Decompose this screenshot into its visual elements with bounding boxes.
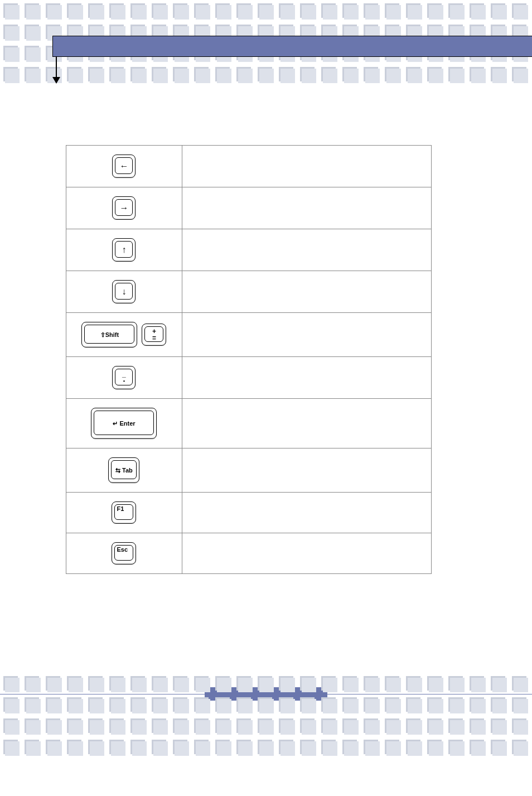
right-arrow-key: → <box>112 196 136 220</box>
decorative-square <box>46 676 60 691</box>
key-label: ↵ Enter <box>113 420 135 427</box>
decorative-square <box>448 3 463 18</box>
decorative-square <box>88 3 103 18</box>
decorative-square <box>491 718 505 733</box>
description-cell <box>182 357 431 399</box>
decorative-square <box>173 676 187 691</box>
esc-key: Esc <box>112 542 136 565</box>
decorative-square <box>342 740 357 754</box>
decorative-square <box>279 697 293 712</box>
decorative-square <box>194 718 209 733</box>
description-cell <box>182 187 431 229</box>
decorative-square <box>130 67 145 81</box>
decorative-square <box>3 697 18 712</box>
description-cell <box>182 229 431 271</box>
decorative-square <box>491 3 505 18</box>
header-arrow-head-icon <box>52 77 60 84</box>
table-row: → <box>66 187 432 229</box>
decorative-square <box>46 740 60 754</box>
decorative-square <box>258 3 272 18</box>
decorative-square <box>3 718 18 733</box>
decorative-square <box>364 697 378 712</box>
table-row: ⇧Shift+= <box>66 313 432 357</box>
key-cell: ↑ <box>66 229 182 271</box>
description-cell <box>182 448 431 493</box>
decorative-square <box>512 67 526 81</box>
decorative-square <box>321 67 336 81</box>
decorative-square <box>215 718 230 733</box>
decorative-square <box>448 67 463 81</box>
decorative-square <box>173 67 187 81</box>
key-label: ⇆ Tab <box>115 467 133 474</box>
key-cell: F1 <box>66 493 182 533</box>
decorative-square <box>385 676 399 691</box>
decorative-square <box>470 718 484 733</box>
decorative-square <box>236 67 251 81</box>
decorative-square <box>152 718 166 733</box>
decorative-square <box>215 740 230 754</box>
decorative-square <box>3 25 18 39</box>
decorative-square <box>279 3 293 18</box>
decorative-square <box>25 697 39 712</box>
decorative-square <box>25 46 39 60</box>
description-cell <box>182 493 431 533</box>
decorative-square <box>300 67 315 81</box>
decorative-square <box>470 67 484 81</box>
down-arrow-key: ↓ <box>112 280 136 303</box>
decorative-square <box>25 3 39 18</box>
table-row: ⇆ Tab <box>66 448 432 493</box>
f1-key: F1 <box>112 501 136 524</box>
key-cell: → <box>66 187 182 229</box>
arrow-icon: ↓ <box>122 287 126 297</box>
decorative-square <box>46 3 60 18</box>
decorative-square <box>512 718 526 733</box>
key-label: _- <box>122 371 126 384</box>
key-label: ⇧Shift <box>100 331 119 339</box>
decorative-square <box>236 697 251 712</box>
plus-equals-key: += <box>142 324 166 346</box>
decorative-square <box>300 718 315 733</box>
decorative-square <box>109 3 124 18</box>
decorative-square <box>364 676 378 691</box>
arrow-icon: ↑ <box>122 245 126 255</box>
decorative-square <box>236 3 251 18</box>
arrow-icon: ← <box>119 161 128 171</box>
decorative-square <box>342 3 357 18</box>
decorative-square <box>258 718 272 733</box>
decorative-square <box>67 718 81 733</box>
table-row: _- <box>66 357 432 399</box>
decorative-square <box>67 676 81 691</box>
decorative-square <box>406 67 420 81</box>
decorative-square <box>194 676 209 691</box>
key-label: F1 <box>117 505 124 512</box>
decorative-square <box>3 676 18 691</box>
decorative-square <box>152 740 166 754</box>
key-label: Esc <box>117 546 128 553</box>
shift-key: ⇧Shift <box>81 322 137 348</box>
description-cell <box>182 399 431 448</box>
decorative-square <box>321 740 336 754</box>
decorative-square <box>427 718 442 733</box>
decorative-square <box>364 3 378 18</box>
decorative-grid-bottom <box>0 676 532 754</box>
description-cell <box>182 271 431 313</box>
decorative-square <box>25 718 39 733</box>
decorative-square <box>152 697 166 712</box>
decorative-square <box>215 3 230 18</box>
decorative-square <box>109 697 124 712</box>
header-arrow-line <box>56 57 57 78</box>
decorative-square <box>448 718 463 733</box>
decorative-square <box>491 67 505 81</box>
decorative-square <box>109 740 124 754</box>
decorative-square <box>46 718 60 733</box>
decorative-square <box>385 3 399 18</box>
key-cell: ← <box>66 146 182 187</box>
decorative-square <box>258 740 272 754</box>
decorative-square <box>427 3 442 18</box>
decorative-square <box>300 676 315 691</box>
decorative-square <box>173 3 187 18</box>
description-cell <box>182 313 431 357</box>
decorative-square <box>236 740 251 754</box>
decorative-square <box>3 46 18 60</box>
enter-key: ↵ Enter <box>91 408 157 439</box>
